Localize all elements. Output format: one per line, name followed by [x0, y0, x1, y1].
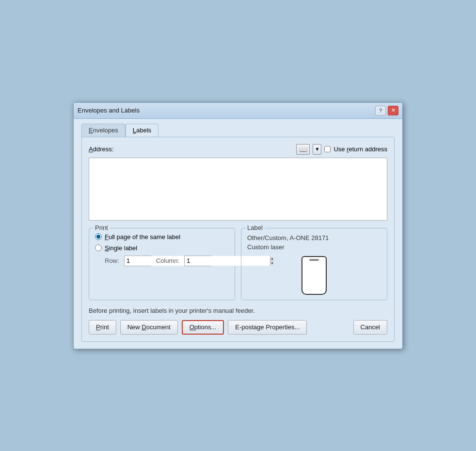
address-controls: 📖 ▼ Use return address	[296, 144, 387, 155]
full-page-label: Full page of the same label	[105, 233, 180, 241]
tab-envelopes[interactable]: Envelopes	[81, 124, 126, 137]
tab-labels[interactable]: Labels	[126, 124, 159, 137]
dialog-title: Envelopes and Labels	[78, 107, 140, 114]
single-label-radio-row: Single label	[95, 244, 229, 252]
address-textarea[interactable]	[89, 158, 387, 221]
label-group-label: Label	[245, 224, 265, 231]
label-info-line1: Other/Custom, A-ONE 28171	[247, 233, 381, 243]
full-page-radio[interactable]	[95, 233, 102, 240]
tab-bar: Envelopes Labels	[81, 124, 395, 137]
dialog-content: Envelopes Labels Address: 📖 ▼ Use return…	[74, 119, 402, 349]
labels-tab-panel: Address: 📖 ▼ Use return address	[81, 137, 395, 342]
single-label-label: Single label	[105, 244, 137, 252]
label-info: Other/Custom, A-ONE 28171 Custom laser	[247, 233, 381, 252]
label-group: Label Other/Custom, A-ONE 28171 Custom l…	[241, 228, 387, 300]
epostage-button[interactable]: E-postage Properties...	[228, 320, 307, 335]
address-label: Address:	[89, 145, 113, 153]
column-spinner: ▲ ▼	[184, 256, 211, 266]
dialog-window: Envelopes and Labels ? ✕ Envelopes Label…	[73, 102, 403, 349]
label-preview-shape	[301, 256, 327, 295]
column-label: Column:	[156, 257, 179, 264]
row-label: Row:	[105, 257, 119, 264]
address-textarea-container	[89, 158, 387, 222]
close-button[interactable]: ✕	[388, 106, 398, 115]
tab-envelopes-label: Envelopes	[89, 127, 118, 134]
row-column-row: Row: ▲ ▼ Column: ▲	[95, 256, 229, 266]
print-group-label: Print	[93, 224, 110, 231]
print-button[interactable]: Print	[89, 320, 116, 335]
button-row: Print New Document Options... E-postage …	[89, 320, 387, 335]
return-address-label: Use return address	[333, 145, 387, 153]
title-bar: Envelopes and Labels ? ✕	[74, 103, 402, 119]
help-button[interactable]: ?	[375, 106, 386, 115]
print-group: Print Full page of the same label Single…	[89, 228, 235, 300]
row-spinner: ▲ ▼	[124, 256, 151, 266]
notice-text: Before printing, insert labels in your p…	[89, 307, 387, 314]
title-bar-controls: ? ✕	[375, 106, 398, 115]
label-info-line2: Custom laser	[247, 242, 381, 252]
cancel-button[interactable]: Cancel	[353, 320, 387, 335]
return-address-checkbox[interactable]	[324, 146, 331, 152]
new-document-button[interactable]: New Document	[120, 320, 178, 335]
bottom-section: Print Full page of the same label Single…	[89, 228, 387, 300]
address-book-button[interactable]: 📖	[296, 144, 310, 155]
label-preview-area	[247, 256, 381, 295]
tab-labels-label: Labels	[133, 127, 151, 134]
full-page-radio-row: Full page of the same label	[95, 233, 229, 241]
single-label-radio[interactable]	[95, 244, 102, 251]
options-button[interactable]: Options...	[182, 320, 224, 335]
address-dropdown-button[interactable]: ▼	[313, 144, 321, 155]
address-row: Address: 📖 ▼ Use return address	[89, 144, 387, 155]
